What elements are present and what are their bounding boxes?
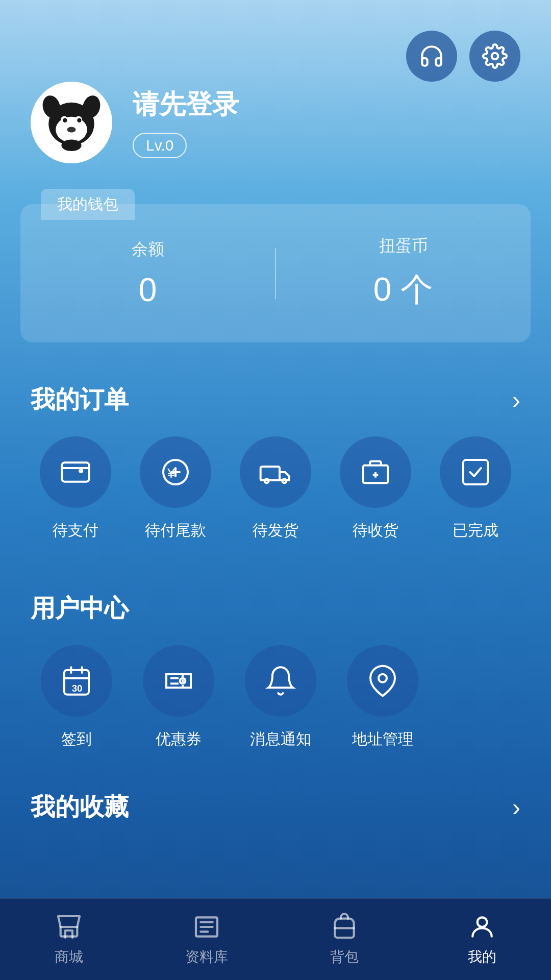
collections-title: 我的收藏 xyxy=(31,791,129,823)
collections-header: 我的收藏 › xyxy=(31,791,520,823)
shop-icon xyxy=(55,913,83,941)
svg-point-10 xyxy=(67,127,76,132)
user-notification[interactable]: 消息通知 xyxy=(235,645,327,750)
order-pending-final[interactable]: ¥ 待付尾款 xyxy=(131,436,220,541)
nav-mine[interactable]: 我的 xyxy=(413,913,551,967)
profile-name[interactable]: 请先登录 xyxy=(133,87,239,122)
orders-grid: 待支付 ¥ 待付尾款 xyxy=(31,436,520,541)
order-pending-ship[interactable]: 待发货 xyxy=(231,436,320,541)
address-label: 地址管理 xyxy=(352,729,413,750)
truck-icon xyxy=(259,456,292,488)
pending-receive-icon-circle xyxy=(340,436,411,508)
nav-library[interactable]: 资料库 xyxy=(138,913,276,967)
user-checkin[interactable]: 30 签到 xyxy=(31,645,122,750)
mine-label: 我的 xyxy=(468,947,496,967)
location-icon xyxy=(366,665,399,697)
coupon-label: 优惠券 xyxy=(156,729,202,750)
money-plus-icon: ¥ xyxy=(159,456,192,488)
checkin-label: 签到 xyxy=(61,729,92,750)
wallet-section: 我的钱包 余额 0 扭蛋币 0 个 xyxy=(20,204,531,342)
svg-point-12 xyxy=(63,142,68,146)
coin-value: 0 个 xyxy=(373,267,433,312)
completed-label: 已完成 xyxy=(453,520,498,541)
checkin-icon: 30 xyxy=(60,665,93,697)
notification-label: 消息通知 xyxy=(250,729,311,750)
avatar-image xyxy=(36,87,107,158)
orders-header: 我的订单 › xyxy=(31,383,520,416)
nav-backpack[interactable]: 背包 xyxy=(276,913,413,967)
main-content: 请先登录 Lv.0 我的钱包 余额 0 扭蛋币 0 个 我的订单 › xyxy=(0,0,551,946)
pending-payment-label: 待支付 xyxy=(53,520,98,541)
nav-shop[interactable]: 商城 xyxy=(0,913,138,967)
checkin-icon-circle: 30 xyxy=(41,645,112,717)
support-button[interactable] xyxy=(406,31,457,82)
library-icon xyxy=(192,913,221,941)
collections-chevron[interactable]: › xyxy=(512,793,520,821)
svg-point-0 xyxy=(492,53,498,60)
svg-rect-14 xyxy=(62,462,89,481)
bell-icon xyxy=(264,665,297,697)
user-address[interactable]: 地址管理 xyxy=(337,645,429,750)
settings-button[interactable] xyxy=(469,31,520,82)
orders-section: 我的订单 › 待支付 xyxy=(0,363,551,551)
coupon-icon-circle xyxy=(143,645,214,717)
wallet-tag: 我的钱包 xyxy=(41,189,135,220)
user-coupon[interactable]: 优惠券 xyxy=(133,645,224,750)
pending-ship-icon-circle xyxy=(240,436,311,508)
order-completed[interactable]: 已完成 xyxy=(431,436,520,541)
orders-chevron[interactable]: › xyxy=(512,386,520,414)
user-icon xyxy=(468,913,496,941)
settings-icon xyxy=(482,43,508,69)
box-icon xyxy=(359,456,392,488)
backpack-label: 背包 xyxy=(330,947,359,967)
bottom-nav: 商城 资料库 背包 我的 xyxy=(0,898,551,980)
avatar[interactable] xyxy=(31,82,112,163)
wallet-content: 余额 0 扭蛋币 0 个 xyxy=(20,204,531,322)
user-center-section: 用户中心 30 签到 xyxy=(0,572,551,760)
profile-section: 请先登录 Lv.0 xyxy=(0,0,551,194)
pending-ship-label: 待发货 xyxy=(253,520,298,541)
completed-icon-circle xyxy=(440,436,511,508)
svg-text:30: 30 xyxy=(72,683,83,694)
wallet-icon xyxy=(59,456,92,488)
notification-icon-circle xyxy=(245,645,316,717)
header-icons xyxy=(406,31,520,82)
coupon-icon xyxy=(162,665,195,697)
pending-payment-icon-circle xyxy=(40,436,111,508)
user-center-header: 用户中心 xyxy=(31,592,520,625)
user-center-grid: 30 签到 优惠券 xyxy=(31,645,520,750)
wallet-balance[interactable]: 余额 0 xyxy=(20,228,275,319)
svg-rect-22 xyxy=(463,460,488,484)
svg-point-8 xyxy=(63,118,67,122)
address-icon-circle xyxy=(347,645,418,717)
pending-final-label: 待付尾款 xyxy=(145,520,206,541)
svg-text:¥: ¥ xyxy=(167,465,175,481)
wallet-coin[interactable]: 扭蛋币 0 个 xyxy=(276,225,531,322)
pending-final-icon-circle: ¥ xyxy=(140,436,211,508)
profile-info: 请先登录 Lv.0 xyxy=(133,87,239,158)
backpack-icon xyxy=(330,913,359,941)
pending-receive-label: 待收货 xyxy=(353,520,398,541)
shop-label: 商城 xyxy=(55,947,83,967)
order-pending-receive[interactable]: 待收货 xyxy=(331,436,420,541)
svg-point-31 xyxy=(379,674,387,682)
level-badge: Lv.0 xyxy=(133,133,187,158)
library-label: 资料库 xyxy=(185,947,228,967)
coin-label: 扭蛋币 xyxy=(379,235,428,257)
balance-value: 0 xyxy=(139,271,157,309)
svg-point-9 xyxy=(77,118,81,122)
balance-label: 余额 xyxy=(132,238,164,261)
user-center-title: 用户中心 xyxy=(31,592,129,625)
svg-point-37 xyxy=(478,917,487,927)
completed-icon xyxy=(459,456,492,488)
collections-section: 我的收藏 › xyxy=(0,770,551,854)
headset-icon xyxy=(419,43,444,69)
orders-title: 我的订单 xyxy=(31,383,129,416)
svg-rect-17 xyxy=(261,467,280,480)
svg-point-13 xyxy=(74,142,80,146)
order-pending-payment[interactable]: 待支付 xyxy=(31,436,120,541)
